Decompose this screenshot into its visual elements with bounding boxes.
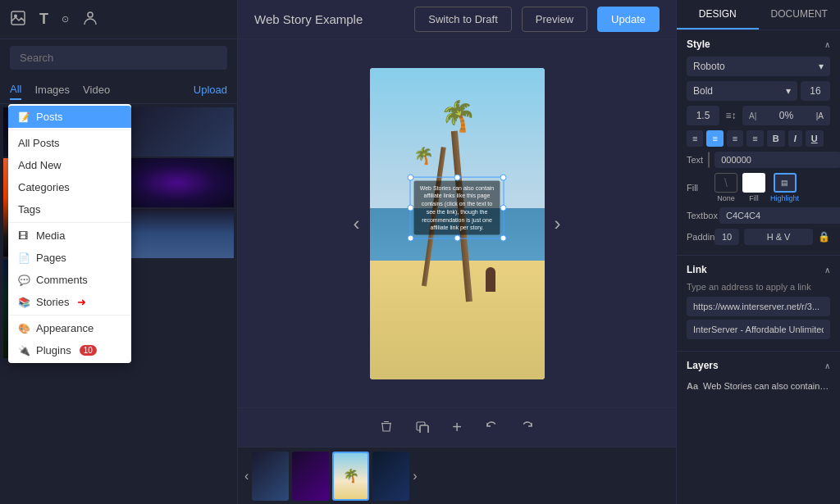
- canvas-area: ‹ 🌴 🌴: [238, 39, 676, 407]
- add-button[interactable]: +: [445, 415, 468, 440]
- filmstrip-item-4[interactable]: [372, 452, 409, 501]
- dropdown-item-pages[interactable]: 📄 Pages: [8, 247, 131, 269]
- filmstrip: ‹ 🌴 ›: [238, 447, 676, 504]
- next-page-arrow[interactable]: ›: [545, 212, 571, 235]
- italic-button[interactable]: I: [788, 130, 802, 147]
- redo-button[interactable]: [514, 416, 541, 439]
- fill-none-icon: \: [714, 173, 737, 193]
- style-chevron[interactable]: ∧: [824, 40, 830, 49]
- tab-design[interactable]: DESIGN: [677, 0, 759, 30]
- update-button[interactable]: Update: [597, 7, 660, 32]
- handle-bottom-center[interactable]: [454, 235, 460, 242]
- dropdown-item-stories[interactable]: 📚 Stories ➜: [8, 291, 131, 313]
- image-icon[interactable]: [10, 10, 26, 30]
- filmstrip-prev[interactable]: ‹: [244, 469, 249, 484]
- padding-label: Padding: [687, 232, 710, 242]
- underline-button[interactable]: U: [806, 130, 824, 147]
- dropdown-item-categories[interactable]: Categories: [8, 176, 131, 198]
- font-weight-select[interactable]: Bold ▾: [687, 81, 797, 101]
- handle-bottom-right[interactable]: [500, 235, 507, 242]
- handle-top-right[interactable]: [500, 174, 507, 180]
- prev-page-arrow[interactable]: ‹: [344, 212, 370, 235]
- font-size-input[interactable]: [801, 81, 830, 101]
- layers-header: Layers ∧: [687, 360, 830, 371]
- search-input[interactable]: [10, 46, 227, 70]
- delete-button[interactable]: [373, 416, 399, 439]
- tab-images[interactable]: Images: [34, 80, 70, 99]
- filmstrip-next[interactable]: ›: [413, 469, 417, 484]
- align-center-button[interactable]: ≡: [706, 130, 723, 147]
- link-description: Type an address to apply a link: [687, 282, 830, 292]
- lock-icon[interactable]: 🔒: [818, 231, 830, 243]
- alignment-row: ≡ ≡ ≡ ≡ B I U: [687, 130, 830, 147]
- handle-top-left[interactable]: [408, 174, 414, 180]
- line-height-row: ≡↕ A| 0% |A: [687, 106, 830, 125]
- duplicate-button[interactable]: [409, 416, 436, 439]
- link-header: Link ∧: [687, 264, 830, 275]
- filmstrip-item-3[interactable]: 🌴: [332, 452, 369, 501]
- dropdown-item-plugins[interactable]: 🔌 Plugins 10: [8, 339, 131, 361]
- fill-label: Fill: [687, 183, 710, 193]
- bold-button[interactable]: B: [767, 130, 785, 147]
- story-text-element[interactable]: Web Stories can also contain affiliate l…: [414, 180, 500, 235]
- dropdown-item-appearance[interactable]: 🎨 Appearance: [8, 317, 131, 339]
- link-label: Link: [687, 264, 707, 275]
- textbox-label: Textbox: [687, 211, 710, 220]
- plugins-badge: 10: [80, 345, 97, 356]
- font-weight-row: Bold ▾: [687, 81, 830, 101]
- letter-spacing-field[interactable]: A| 0% |A: [742, 106, 830, 125]
- text-color-swatch[interactable]: [708, 152, 710, 168]
- right-tabs: DESIGN DOCUMENT: [677, 0, 840, 30]
- posts-icon: 📝: [18, 111, 31, 123]
- fill-none-option[interactable]: \ None: [714, 173, 737, 202]
- palm-leaves: 🌴: [440, 99, 477, 134]
- preview-button[interactable]: Preview: [522, 7, 587, 32]
- align-justify-button[interactable]: ≡: [746, 130, 763, 147]
- handle-bottom-left[interactable]: [408, 235, 414, 242]
- text-color-input[interactable]: [714, 152, 840, 168]
- text-color-row: Text: [687, 152, 830, 168]
- link-chevron[interactable]: ∧: [824, 266, 830, 275]
- textbox-color-input[interactable]: [719, 207, 840, 224]
- dropdown-item-comments[interactable]: 💬 Comments: [8, 269, 131, 291]
- link-title-input[interactable]: [687, 320, 830, 339]
- tab-document[interactable]: DOCUMENT: [759, 0, 841, 30]
- dropdown-item-tags[interactable]: Tags: [8, 198, 131, 220]
- switch-to-draft-button[interactable]: Switch to Draft: [414, 7, 512, 32]
- undo-button[interactable]: [478, 416, 504, 439]
- padding-input[interactable]: [714, 229, 739, 245]
- text-options-icon[interactable]: ⊙: [62, 14, 69, 25]
- layer-item-1[interactable]: Aa Web Stories can also contain af...: [687, 378, 830, 394]
- canvas-toolbar: +: [238, 407, 676, 447]
- filmstrip-item-1[interactable]: [252, 452, 289, 501]
- arrow-icon: ➜: [77, 296, 86, 308]
- story-canvas[interactable]: 🌴 🌴 Web Stories can also contain affilia…: [370, 68, 545, 379]
- upload-button[interactable]: Upload: [194, 84, 227, 96]
- filmstrip-item-2[interactable]: [292, 452, 329, 501]
- align-right-button[interactable]: ≡: [727, 130, 743, 147]
- svg-point-2: [88, 12, 93, 17]
- handle-middle-left[interactable]: [408, 205, 414, 211]
- tab-all[interactable]: All: [10, 79, 21, 100]
- media-tabs: All Images Video Upload: [0, 76, 237, 104]
- dropdown-item-posts[interactable]: 📝 Posts: [8, 106, 131, 128]
- align-left-button[interactable]: ≡: [687, 130, 703, 147]
- dropdown-item-media[interactable]: 🎞 Media: [8, 225, 131, 247]
- fill-fill-icon: [742, 173, 765, 193]
- handle-top-center[interactable]: [454, 174, 460, 180]
- tab-video[interactable]: Video: [83, 80, 110, 99]
- fill-highlight-option[interactable]: ▤ Highlight: [770, 173, 799, 202]
- page-title: Web Story Example: [254, 12, 404, 26]
- dropdown-item-addnew[interactable]: Add New: [8, 154, 131, 176]
- layers-chevron[interactable]: ∧: [824, 361, 830, 370]
- text-icon[interactable]: T: [39, 11, 48, 28]
- font-family-select[interactable]: Roboto ▾: [687, 57, 830, 76]
- person-icon[interactable]: [82, 10, 98, 30]
- text-selection-box[interactable]: Web Stories can also contain affiliate l…: [410, 176, 504, 239]
- svg-rect-4: [384, 421, 389, 422]
- link-url-input[interactable]: [687, 297, 830, 316]
- line-height-input[interactable]: [687, 106, 719, 125]
- handle-middle-right[interactable]: [500, 205, 507, 211]
- fill-fill-option[interactable]: Fill: [742, 173, 765, 202]
- dropdown-item-allposts[interactable]: All Posts: [8, 132, 131, 154]
